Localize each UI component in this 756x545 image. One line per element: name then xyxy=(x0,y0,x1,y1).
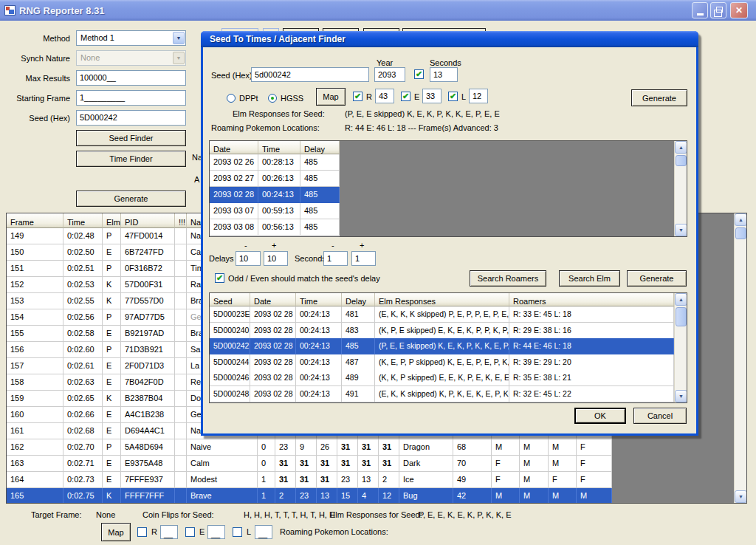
starting-frame-input[interactable]: 1_________ xyxy=(76,90,186,106)
seed-hex-input[interactable]: 5D000242 xyxy=(76,110,186,126)
table-cell: 23 xyxy=(275,439,296,456)
seed-finder-button[interactable]: Seed Finder xyxy=(76,130,186,146)
scrollbar-thumb[interactable] xyxy=(676,155,687,166)
table-row[interactable]: 1630:02.71EE9375A48Calm0313131313131Dark… xyxy=(7,456,612,472)
table-row[interactable]: 5D0002482093 02 2800:24:13491(E, K, K sk… xyxy=(210,386,674,402)
column-header[interactable]: Seed xyxy=(210,293,250,306)
table-row[interactable]: 1640:02.73E7FFFE937Modest131313123132Ice… xyxy=(7,472,612,488)
table-cell: (K, K, P skipped) E, E, K, P, E, K, E, E… xyxy=(375,370,509,386)
search-elm-button[interactable]: Search Elm xyxy=(559,270,620,287)
table-cell: Dark xyxy=(399,456,453,472)
year-input[interactable]: 2093 xyxy=(374,67,405,82)
delay-plus-input[interactable]: 10 xyxy=(264,251,288,266)
scroll-down-button[interactable]: ▼ xyxy=(675,224,687,236)
dialog-seed-input[interactable]: 5d000242 xyxy=(251,67,369,82)
method-select[interactable]: Method 1▼ xyxy=(76,30,186,46)
column-header[interactable]: Elm Responses xyxy=(375,293,509,306)
column-header[interactable]: Time xyxy=(63,213,103,228)
ok-button[interactable]: OK xyxy=(574,408,626,424)
search-roamers-button[interactable]: Search Roamers xyxy=(470,270,546,287)
table-cell: 483 xyxy=(342,323,375,339)
table-row[interactable]: 5D0002422093 02 2800:24:13485(P, E, E sk… xyxy=(210,338,674,354)
table-cell: P xyxy=(103,342,121,358)
vertical-scrollbar[interactable]: ▲▼ xyxy=(674,293,687,402)
max-results-label: Max Results xyxy=(7,74,70,83)
dialog-l-input[interactable]: 12 xyxy=(469,89,488,103)
column-header[interactable]: Time xyxy=(296,293,342,306)
column-header[interactable]: Frame xyxy=(7,213,63,228)
seconds-checkbox[interactable]: ✔ xyxy=(414,69,424,79)
table-row[interactable]: 2093 02 2800:24:13485 xyxy=(210,187,340,203)
column-header[interactable]: Time xyxy=(258,141,300,154)
r-location-input[interactable]: __ xyxy=(160,525,178,539)
e-checkbox[interactable] xyxy=(185,527,195,537)
odd-even-checkbox[interactable]: ✔ xyxy=(215,273,224,283)
dialog-map-button[interactable]: Map xyxy=(316,88,346,106)
generate-button[interactable]: Generate xyxy=(76,191,186,207)
table-cell: 00:28:13 xyxy=(258,154,300,171)
column-header[interactable]: Elm xyxy=(103,213,121,228)
column-header[interactable]: Roamers xyxy=(509,293,674,306)
method-value: Method 1 xyxy=(80,33,114,42)
l-checkbox[interactable] xyxy=(233,527,242,537)
dialog-e-input[interactable]: 33 xyxy=(422,89,441,103)
hgss-radio[interactable] xyxy=(268,94,277,103)
table-cell xyxy=(175,342,187,358)
target-frame-label: Target Frame: xyxy=(31,510,81,519)
close-button[interactable]: ✕ xyxy=(730,2,748,18)
column-header[interactable]: Delay xyxy=(300,141,340,154)
dialog-r-checkbox[interactable]: ✔ xyxy=(353,92,362,101)
scrollbar-thumb[interactable] xyxy=(676,307,687,326)
table-row[interactable]: 5D0002462093 02 2800:24:13489(K, K, P sk… xyxy=(210,370,674,386)
scroll-down-button[interactable]: ▼ xyxy=(735,490,747,503)
restore-button[interactable] xyxy=(710,2,726,18)
dialog-generate-bottom-button[interactable]: Generate xyxy=(627,270,687,287)
l-location-input[interactable]: __ xyxy=(255,525,272,539)
table-row[interactable]: 2093 02 2600:28:13485 xyxy=(210,154,340,171)
scroll-up-button[interactable]: ▲ xyxy=(675,293,687,306)
delay-minus-input[interactable]: 10 xyxy=(236,251,261,266)
e-label: E xyxy=(199,527,205,536)
e-location-input[interactable]: __ xyxy=(207,525,225,539)
dialog-generate-top-button[interactable]: Generate xyxy=(631,89,687,106)
dialog-e-checkbox[interactable]: ✔ xyxy=(401,92,410,101)
r-checkbox[interactable] xyxy=(137,527,147,537)
table-row[interactable]: 5D0002402093 02 2800:24:13483(K, P, E sk… xyxy=(210,323,674,339)
column-header[interactable]: Date xyxy=(250,293,296,306)
table-cell: A4C1B238 xyxy=(121,407,175,423)
cancel-button[interactable]: Cancel xyxy=(633,408,687,424)
table-row[interactable]: 2093 03 0700:59:13485 xyxy=(210,203,340,219)
table-row[interactable]: 2093 03 0800:56:13485 xyxy=(210,219,340,236)
table-row[interactable]: 5D00023E2093 02 2800:24:13481(E, K, K, K… xyxy=(210,306,674,323)
table-row[interactable]: 5D0002442093 02 2800:24:13487(K, E, P, P… xyxy=(210,354,674,371)
seconds-input[interactable]: 13 xyxy=(430,67,458,82)
max-results-input[interactable]: 100000__ xyxy=(76,70,186,86)
minimize-button[interactable] xyxy=(692,2,708,18)
chevron-down-icon[interactable]: ▼ xyxy=(173,32,185,44)
vertical-scrollbar[interactable]: ▲▼ xyxy=(674,141,687,236)
scrollbar-thumb[interactable] xyxy=(735,227,746,239)
dialog-titlebar[interactable]: Seed To Times / Adjacent Finder xyxy=(201,31,698,47)
table-row[interactable]: 2093 02 2700:26:13485 xyxy=(210,171,340,187)
table-row[interactable]: 1650:02.75KFFFF7FFFBrave12231315412Bug42… xyxy=(7,488,612,504)
dppt-radio[interactable] xyxy=(227,94,236,103)
table-cell: 153 xyxy=(7,293,63,309)
table-row[interactable]: 1620:02.70P5A48D694Naive023926313131Drag… xyxy=(7,439,612,456)
table-cell xyxy=(175,439,187,456)
scroll-down-button[interactable]: ▼ xyxy=(675,390,687,402)
dialog-r-input[interactable]: 43 xyxy=(375,89,394,103)
scroll-up-button[interactable]: ▲ xyxy=(735,213,747,226)
column-header[interactable]: !!! xyxy=(175,213,187,228)
map-button[interactable]: Map xyxy=(101,523,131,541)
second-minus-input[interactable]: 1 xyxy=(323,251,348,266)
column-header[interactable]: Delay xyxy=(342,293,375,306)
time-finder-button[interactable]: Time Finder xyxy=(76,151,186,167)
dialog-l-checkbox[interactable]: ✔ xyxy=(448,92,458,101)
vertical-scrollbar[interactable]: ▲▼ xyxy=(734,213,746,503)
column-header[interactable]: Date xyxy=(210,141,258,154)
window-titlebar[interactable]: RNG Reporter 8.31 ✕ xyxy=(0,0,756,21)
scroll-up-button[interactable]: ▲ xyxy=(675,141,687,154)
second-plus-input[interactable]: 1 xyxy=(351,251,376,266)
column-header[interactable]: PID xyxy=(121,213,175,228)
table-cell: 2093 03 08 xyxy=(210,219,258,236)
